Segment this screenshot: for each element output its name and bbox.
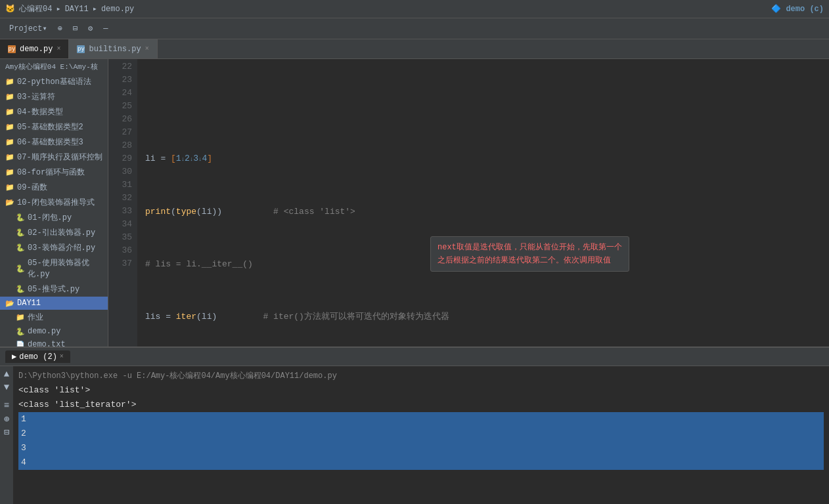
bracket-close: ] [207, 152, 212, 165]
fn-iter: iter [176, 310, 196, 324]
sidebar-item-10[interactable]: 📂 10-闭包装饰器推导式 [0, 195, 108, 210]
project-label: 心编程04 [19, 3, 52, 14]
top-bar-left: 🐱 心编程04 ▸ DAY11 ▸ demo.py [5, 3, 134, 14]
bottom-tab-close[interactable]: × [60, 353, 64, 360]
sidebar-item-05-guide[interactable]: 🐍 05-推导式.py [0, 282, 108, 297]
sidebar-label-03: 03-运算符 [17, 91, 55, 102]
sidebar-label-01-pkg: 01-闭包.py [28, 212, 72, 223]
sidebar-item-05[interactable]: 📁 05-基础数据类型2 [0, 119, 108, 135]
terminal-out-4: 4 [18, 455, 824, 470]
file-icon-guide: 🐍 [16, 285, 25, 293]
day-label: DAY11 [65, 5, 89, 14]
file-icon-02: 🐍 [16, 228, 25, 237]
num-1: 1 [176, 152, 181, 165]
terminal-out-1: 1 [18, 412, 824, 427]
tabs-bar: py demo.py × py builtins.py × [0, 39, 829, 59]
collapse-button[interactable]: ⊟ [69, 22, 81, 35]
sidebar-label-homework: 作业 [28, 312, 43, 323]
file-icon-demo: 🐍 [16, 327, 25, 336]
ln-33: 33 [108, 205, 132, 218]
filter-btn[interactable]: ⊟ [1, 427, 12, 437]
sidebar-item-08[interactable]: 📁 08-for循环与函数 [0, 165, 108, 180]
file-icon-01: 🐍 [16, 213, 25, 222]
ln-27: 27 [108, 126, 132, 139]
settings-button[interactable]: ⚙ [84, 22, 97, 35]
sidebar-label-07: 07-顺序执行及循环控制 [17, 152, 102, 163]
toolbar: Project▾ ⊕ ⊟ ⚙ — [0, 18, 829, 39]
fn-print-24: print [145, 205, 171, 219]
ln-26: 26 [108, 113, 132, 126]
project-menu[interactable]: Project▾ [5, 22, 51, 35]
sidebar-label-05-guide: 05-推导式.py [28, 284, 79, 295]
separator: ▸ [56, 4, 60, 14]
num-3: 3 [193, 152, 198, 165]
tab-builtins-close[interactable]: × [145, 45, 149, 52]
sidebar-item-09[interactable]: 📁 09-函数 [0, 180, 108, 195]
minimize-button[interactable]: — [99, 23, 112, 35]
sidebar-item-demo-py[interactable]: 🐍 demo.py [0, 325, 108, 338]
code-line-26: lis = iter(li) # iter()方法就可以将可迭代的对象转为迭代器 [145, 310, 829, 324]
sidebar-label-day11: DAY11 [17, 299, 41, 308]
sidebar-header[interactable]: Amy核心编程04 E:\Amy-核 [0, 59, 108, 74]
comment-24: # <class 'list'> [222, 205, 355, 219]
sidebar-item-03-dec[interactable]: 🐍 03-装饰器介绍.py [0, 240, 108, 255]
terminal-path: D:\Python3\python.exe -u E:/Amy-核心编程04/A… [18, 369, 824, 383]
sidebar-label-05-opt: 05-使用装饰器优化.py [28, 257, 102, 280]
fn-type-24: type [176, 205, 196, 219]
file-icon-05: 🐍 [16, 264, 25, 273]
sidebar-item-02-dec[interactable]: 🐍 02-引出装饰器.py [0, 225, 108, 240]
sidebar-item-07[interactable]: 📁 07-顺序执行及循环控制 [0, 150, 108, 165]
bottom-tab-label: demo (2) [19, 352, 57, 362]
sidebar-item-demo-txt[interactable]: 📄 demo.txt [0, 338, 108, 346]
sidebar-label-08: 08-for循环与函数 [17, 167, 85, 178]
file-icon-03: 🐍 [16, 243, 25, 252]
ln-24: 24 [108, 87, 132, 100]
sidebar-item-01-pkg[interactable]: 🐍 01-闭包.py [0, 210, 108, 225]
folder-icon-day11: 📂 [5, 299, 14, 308]
tab-builtins-py[interactable]: py builtins.py × [69, 39, 157, 58]
logo: 🔷 demo (c) [771, 4, 824, 14]
sidebar-item-06[interactable]: 📁 06-基础数据类型3 [0, 135, 108, 150]
wrap-btn[interactable]: ≡ [1, 400, 12, 411]
editor-area[interactable]: 22 23 24 25 26 27 28 29 30 31 32 33 34 3… [108, 59, 829, 346]
sidebar-item-04[interactable]: 📁 04-数据类型 [0, 104, 108, 119]
sidebar-label-06: 06-基础数据类型3 [17, 136, 83, 148]
num-2: 2 [185, 152, 190, 165]
comment-25: # lis = li.__iter__() [145, 258, 253, 271]
sidebar-item-02[interactable]: 📁 02-python基础语法 [0, 74, 108, 89]
var-li: li [145, 152, 156, 165]
folder-icon-05: 📁 [5, 123, 14, 131]
folder-icon-09: 📁 [5, 183, 14, 192]
file-icon-txt: 📄 [16, 341, 25, 347]
scroll-down-btn[interactable]: ▼ [1, 382, 12, 392]
terminal-list-class: <class 'list'> [18, 383, 824, 398]
ln-31: 31 [108, 178, 132, 192]
sidebar-label-05: 05-基础数据类型2 [17, 121, 83, 133]
terminal-area[interactable]: D:\Python3\python.exe -u E:/Amy-核心编程04/A… [13, 366, 829, 504]
ln-22: 22 [108, 60, 132, 74]
add-button[interactable]: ⊕ [54, 22, 66, 35]
terminal-list-iter: <class 'list_iterator'> [18, 398, 824, 412]
py-icon: py [8, 45, 16, 53]
terminal-out-2: 2 [18, 427, 824, 441]
sidebar-label-02: 02-python基础语法 [17, 76, 91, 87]
top-bar: 🐱 心编程04 ▸ DAY11 ▸ demo.py 🔷 demo (c) [0, 0, 829, 18]
sidebar-item-05-opt[interactable]: 🐍 05-使用装饰器优化.py [0, 255, 108, 282]
tab-demo-close[interactable]: × [56, 45, 60, 52]
sidebar-label-04: 04-数据类型 [17, 106, 63, 117]
tab-demo-py[interactable]: py demo.py × [0, 39, 69, 58]
sidebar-header-label: Amy核心编程04 E:\Amy-核 [5, 62, 98, 72]
sidebar-item-03[interactable]: 📁 03-运算符 [0, 89, 108, 104]
scroll-up-btn[interactable]: ▲ [1, 369, 12, 379]
folder-icon-07: 📁 [5, 153, 14, 161]
comment-26: # iter()方法就可以将可迭代的对象转为迭代器 [217, 310, 449, 324]
bottom-tabs: ▶ demo (2) × [0, 348, 829, 366]
ln-30: 30 [108, 165, 132, 178]
bottom-tab-demo[interactable]: ▶ demo (2) × [5, 350, 70, 363]
sidebar-item-day11[interactable]: 📂 DAY11 [0, 297, 108, 310]
bottom-content: ▲ ▼ ≡ ⊕ ⊟ D:\Python3\python.exe -u E:/Am… [0, 366, 829, 504]
pin-btn[interactable]: ⊕ [1, 413, 12, 424]
logo-icon: 🔷 [771, 5, 786, 14]
separator2: ▸ [93, 4, 97, 14]
sidebar-item-homework[interactable]: 📁 作业 [0, 310, 108, 325]
